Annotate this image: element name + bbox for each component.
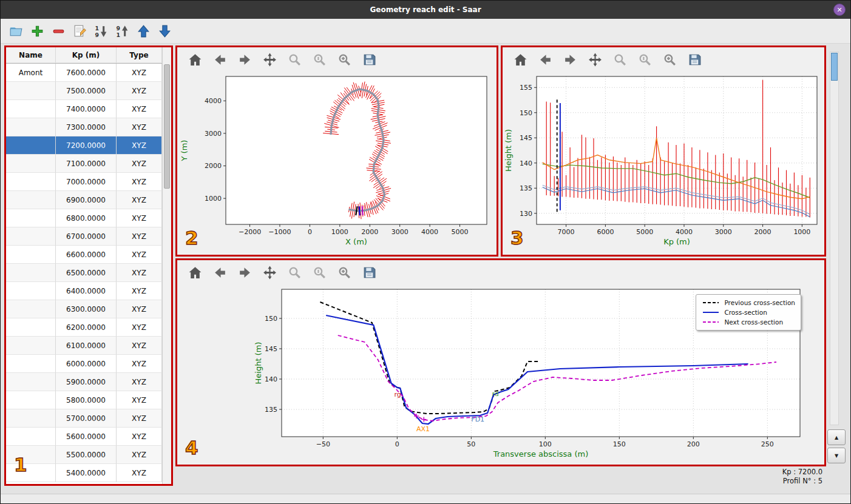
svg-text:rg: rg (394, 391, 401, 398)
table-row[interactable]: 6100.0000XYZ (6, 337, 162, 355)
zoom-select-button[interactable] (336, 52, 352, 67)
table-row[interactable]: 6900.0000XYZ (6, 191, 162, 209)
table-row[interactable]: 7400.0000XYZ (6, 100, 162, 118)
close-button[interactable]: ✕ (833, 4, 846, 16)
cell-name (6, 373, 56, 391)
save-button[interactable] (687, 52, 702, 67)
cell-type: XYZ (117, 227, 162, 246)
cell-kp: 7100.0000 (56, 155, 117, 173)
cell-type: XYZ (117, 446, 162, 464)
cell-name (6, 100, 56, 118)
table-row[interactable]: 7200.0000XYZ (6, 136, 162, 155)
plan-view-plot[interactable]: −2000−1000010002000300040005000100020003… (177, 72, 497, 255)
table-row[interactable]: 5400.0000XYZ (6, 464, 162, 482)
svg-text:1000: 1000 (331, 228, 348, 236)
table-row[interactable]: 6000.0000XYZ (6, 355, 162, 373)
table-row[interactable]: 5600.0000XYZ (6, 428, 162, 446)
table-row[interactable]: 5700.0000XYZ (6, 409, 162, 428)
svg-text:Y (m): Y (m) (180, 140, 189, 162)
save-button[interactable] (361, 264, 377, 280)
zoom-original-button[interactable] (311, 52, 327, 67)
sort-descending-icon: 91 (115, 24, 130, 39)
svg-text:130: 130 (520, 210, 532, 218)
cell-type: XYZ (117, 355, 162, 373)
cell-name (6, 155, 56, 173)
window-scrollbar-thumb[interactable] (831, 53, 838, 81)
zoom-original-button[interactable] (637, 52, 653, 67)
table-row[interactable]: 7000.0000XYZ (6, 173, 162, 191)
profile-up-button[interactable]: ▲ (827, 429, 846, 445)
svg-text:135: 135 (520, 184, 532, 192)
svg-text:−50: −50 (316, 440, 330, 448)
svg-text:9: 9 (95, 31, 99, 38)
remove-section-button[interactable] (50, 23, 66, 39)
svg-text:X (m): X (m) (345, 237, 367, 246)
panel-number-4: 4 (185, 438, 198, 457)
home-button[interactable] (512, 52, 528, 67)
svg-text:Transverse abscissa (m): Transverse abscissa (m) (493, 449, 589, 459)
zoom-button[interactable] (286, 52, 302, 67)
sort-descending-button[interactable]: 91 (114, 23, 130, 39)
zoom-select-button[interactable] (336, 264, 352, 280)
table-row[interactable]: 5500.0000XYZ (6, 446, 162, 464)
window-scrollbar[interactable] (830, 52, 839, 425)
home-button[interactable] (187, 52, 203, 67)
table-row[interactable]: 5900.0000XYZ (6, 373, 162, 391)
back-button[interactable] (212, 264, 228, 280)
table-row[interactable]: 7300.0000XYZ (6, 118, 162, 136)
forward-button[interactable] (562, 52, 578, 67)
add-section-button[interactable] (29, 23, 45, 39)
pan-button[interactable] (587, 52, 603, 67)
table-row[interactable]: 6200.0000XYZ (6, 318, 162, 337)
cell-type: XYZ (117, 337, 162, 355)
table-row[interactable]: 7500.0000XYZ (6, 82, 162, 100)
table-row[interactable]: 6700.0000XYZ (6, 227, 162, 246)
table-row[interactable]: 5800.0000XYZ (6, 391, 162, 409)
table-row[interactable]: 7100.0000XYZ (6, 155, 162, 173)
cell-name (6, 246, 56, 264)
cell-name (6, 337, 56, 355)
pan-button[interactable] (262, 52, 277, 67)
table-row[interactable]: 6400.0000XYZ (6, 282, 162, 300)
forward-button[interactable] (237, 52, 253, 67)
move-down-button[interactable] (157, 23, 172, 39)
table-row[interactable]: 6300.0000XYZ (6, 300, 162, 318)
back-button[interactable] (537, 52, 553, 67)
cell-name (6, 136, 56, 155)
legend-entry: Previous cross-section (702, 298, 795, 307)
move-up-button[interactable] (135, 23, 151, 39)
zoom-select-button[interactable] (662, 52, 677, 67)
cell-name (6, 300, 56, 318)
table-row[interactable]: 6800.0000XYZ (6, 209, 162, 227)
forward-icon (237, 52, 253, 67)
sort-ascending-button[interactable]: 19 (93, 23, 109, 39)
table-scrollbar[interactable] (162, 47, 171, 484)
zoom-button[interactable] (612, 52, 628, 67)
zoom-button[interactable] (286, 264, 302, 280)
svg-text:−2000: −2000 (239, 228, 261, 236)
table-row[interactable]: 6500.0000XYZ (6, 264, 162, 282)
table-row[interactable]: Amont7600.0000XYZ (6, 64, 162, 82)
profile-down-button[interactable]: ▼ (827, 448, 846, 463)
pan-button[interactable] (262, 264, 277, 280)
open-folder-icon (8, 24, 24, 39)
edit-section-button[interactable] (72, 23, 87, 39)
profile-plot[interactable]: 7000600050004000300020001000130135140145… (503, 72, 824, 255)
zoom-original-icon (312, 265, 327, 280)
legend-line-sample (702, 299, 720, 306)
save-icon (362, 52, 377, 67)
save-button[interactable] (361, 52, 377, 67)
column-header-kp[interactable]: Kp (m) (56, 47, 117, 63)
window-titlebar[interactable]: Geometry reach edit - Saar ✕ (1, 1, 850, 19)
forward-button[interactable] (237, 264, 253, 280)
home-button[interactable] (187, 264, 203, 280)
table-scrollbar-thumb[interactable] (164, 64, 170, 189)
back-button[interactable] (212, 52, 228, 67)
zoom-original-button[interactable] (311, 264, 327, 280)
geometry-reach-edit-window: Geometry reach edit - Saar ✕ 1991 Name K… (0, 0, 851, 504)
svg-text:140: 140 (265, 375, 277, 383)
column-header-name[interactable]: Name (6, 47, 56, 63)
column-header-type[interactable]: Type (117, 47, 162, 63)
open-folder-button[interactable] (8, 23, 24, 39)
table-row[interactable]: 6600.0000XYZ (6, 246, 162, 264)
